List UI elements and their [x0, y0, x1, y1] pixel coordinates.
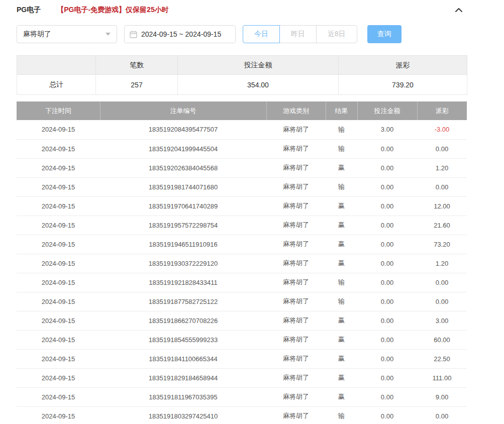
- result-cell: 赢: [326, 216, 357, 235]
- game-type-cell: 麻将胡了: [266, 196, 326, 216]
- order-id-cell: 1835191811967035395: [100, 387, 266, 406]
- game-select-value: 麻将胡了: [23, 30, 51, 39]
- order-id-cell: 1835191866270708226: [100, 311, 266, 330]
- header-game-type: 游戏类别: [266, 101, 326, 120]
- result-cell: 赢: [326, 349, 357, 368]
- order-id-cell: 1835191803297425410: [100, 406, 266, 424]
- last-8-days-button[interactable]: 近8日: [316, 25, 357, 43]
- game-type-cell: 麻将胡了: [266, 406, 326, 424]
- game-type-cell: 麻将胡了: [266, 235, 326, 254]
- game-type-cell: 麻将胡了: [266, 139, 326, 158]
- bet-amount-cell: 0.00: [357, 177, 417, 196]
- bet-date-cell: 2024-09-15: [17, 330, 100, 349]
- table-row: 2024-09-151835191957572298754麻将胡了赢0.0021…: [17, 216, 467, 235]
- page-title: PG电子: [17, 6, 41, 15]
- bet-date-cell: 2024-09-15: [17, 406, 100, 424]
- table-row: 2024-09-151835192084395477507麻将胡了输3.00-3…: [17, 120, 467, 139]
- summary-total-bet-amount: 354.00: [178, 75, 339, 95]
- result-cell: 赢: [326, 254, 357, 273]
- result-cell: 赢: [326, 311, 357, 330]
- summary-header-payout: 派彩: [339, 56, 467, 75]
- table-row: 2024-09-151835191981744071680麻将胡了输0.000.…: [17, 177, 467, 196]
- result-cell: 赢: [326, 196, 357, 216]
- header-order-id: 注单编号: [100, 101, 266, 120]
- bet-date-cell: 2024-09-15: [17, 216, 100, 235]
- payout-cell: 22.50: [417, 349, 467, 368]
- order-id-cell: 1835191981744071680: [100, 177, 266, 196]
- calendar-icon: [130, 31, 137, 38]
- summary-total-label: 总计: [17, 75, 96, 95]
- payout-cell: 0.00: [417, 406, 467, 424]
- today-button[interactable]: 今日: [243, 25, 280, 43]
- bet-amount-cell: 0.00: [357, 273, 417, 292]
- bet-amount-cell: 0.00: [357, 254, 417, 273]
- result-cell: 赢: [326, 387, 357, 406]
- payout-cell: 0.00: [417, 177, 467, 196]
- header-result: 结果: [326, 101, 357, 120]
- result-cell: 输: [326, 292, 357, 311]
- search-button[interactable]: 查询: [367, 25, 401, 43]
- game-type-cell: 麻将胡了: [266, 120, 326, 139]
- bet-date-cell: 2024-09-15: [17, 273, 100, 292]
- payout-cell: 0.00: [417, 292, 467, 311]
- summary-total-row: 总计 257 354.00 739.20: [17, 75, 467, 95]
- order-id-cell: 1835191841100665344: [100, 349, 266, 368]
- game-type-cell: 麻将胡了: [266, 177, 326, 196]
- order-id-cell: 1835191930372229120: [100, 254, 266, 273]
- notice-text: 【PG电子-免费游戏】仅保留25小时: [57, 6, 168, 15]
- bet-amount-cell: 0.00: [357, 368, 417, 387]
- bet-records-table: 下注时间 注单编号 游戏类别 结果 投注金额 派彩 2024-09-151835…: [17, 101, 467, 424]
- table-row: 2024-09-151835192026384045568麻将胡了赢0.001.…: [17, 158, 467, 177]
- bet-date-cell: 2024-09-15: [17, 139, 100, 158]
- header-payout: 派彩: [417, 101, 467, 120]
- table-row: 2024-09-151835191921828433411麻将胡了输0.000.…: [17, 273, 467, 292]
- bet-amount-cell: 0.00: [357, 196, 417, 216]
- result-cell: 赢: [326, 158, 357, 177]
- game-type-cell: 麻将胡了: [266, 349, 326, 368]
- game-select[interactable]: 麻将胡了: [17, 25, 117, 43]
- bet-amount-cell: 0.00: [357, 292, 417, 311]
- bet-date-cell: 2024-09-15: [17, 177, 100, 196]
- result-cell: 输: [326, 177, 357, 196]
- yesterday-button[interactable]: 昨日: [279, 25, 317, 43]
- payout-cell: 3.00: [417, 311, 467, 330]
- bet-table-header-row: 下注时间 注单编号 游戏类别 结果 投注金额 派彩: [17, 101, 467, 120]
- bet-date-cell: 2024-09-15: [17, 292, 100, 311]
- table-row: 2024-09-151835191841100665344麻将胡了赢0.0022…: [17, 349, 467, 368]
- payout-cell: -3.00: [417, 120, 467, 139]
- order-id-cell: 1835192041999445504: [100, 139, 266, 158]
- order-id-cell: 1835192026384045568: [100, 158, 266, 177]
- bet-amount-cell: 0.00: [357, 139, 417, 158]
- table-row: 2024-09-151835191877582725122麻将胡了输0.000.…: [17, 292, 467, 311]
- bet-amount-cell: 0.00: [357, 330, 417, 349]
- panel-header: PG电子 【PG电子-免费游戏】仅保留25小时: [17, 4, 467, 16]
- table-row: 2024-09-151835191930372229120麻将胡了赢0.001.…: [17, 254, 467, 273]
- bet-amount-cell: 0.00: [357, 349, 417, 368]
- game-type-cell: 麻将胡了: [266, 368, 326, 387]
- game-type-cell: 麻将胡了: [266, 216, 326, 235]
- bet-amount-cell: 0.00: [357, 158, 417, 177]
- order-id-cell: 1835191970641740289: [100, 196, 266, 216]
- result-cell: 赢: [326, 368, 357, 387]
- summary-header-blank: [17, 56, 96, 75]
- payout-cell: 9.00: [417, 387, 467, 406]
- date-range-input[interactable]: 2024-09-15 ~ 2024-09-15: [124, 25, 236, 43]
- result-cell: 赢: [326, 235, 357, 254]
- payout-cell: 12.00: [417, 196, 467, 216]
- bet-date-cell: 2024-09-15: [17, 196, 100, 216]
- collapse-button[interactable]: [455, 8, 463, 13]
- filter-bar: 麻将胡了 2024-09-15 ~ 2024-09-15 今日 昨日 近8日 查…: [17, 25, 467, 43]
- table-row: 2024-09-151835191829184658944麻将胡了赢0.0011…: [17, 368, 467, 387]
- order-id-cell: 1835191854555999233: [100, 330, 266, 349]
- game-type-cell: 麻将胡了: [266, 311, 326, 330]
- table-row: 2024-09-151835191866270708226麻将胡了赢0.003.…: [17, 311, 467, 330]
- bet-date-cell: 2024-09-15: [17, 368, 100, 387]
- summary-total-payout: 739.20: [339, 75, 467, 95]
- bet-date-cell: 2024-09-15: [17, 387, 100, 406]
- payout-cell: 0.00: [417, 273, 467, 292]
- summary-table: 笔数 投注金额 派彩 总计 257 354.00 739.20: [17, 55, 467, 95]
- date-range-value: 2024-09-15 ~ 2024-09-15: [141, 30, 221, 38]
- table-row: 2024-09-151835191970641740289麻将胡了赢0.0012…: [17, 196, 467, 216]
- bet-table-body: 2024-09-151835192084395477507麻将胡了输3.00-3…: [17, 120, 467, 424]
- game-type-cell: 麻将胡了: [266, 330, 326, 349]
